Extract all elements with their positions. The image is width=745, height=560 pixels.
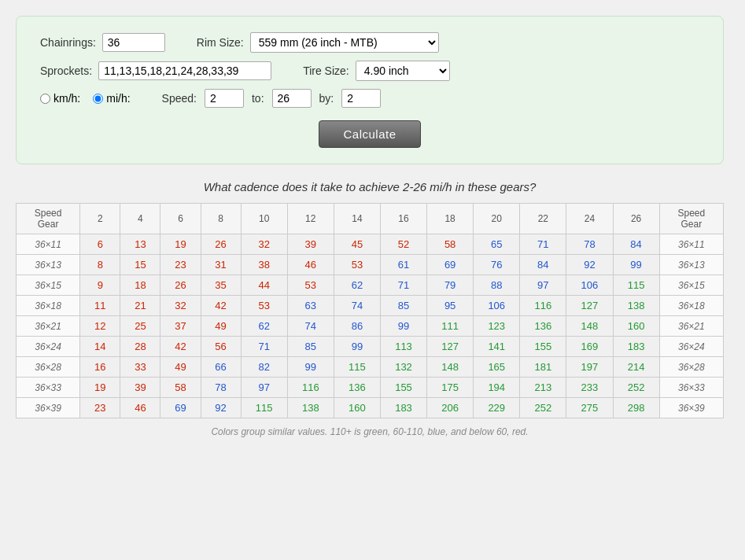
cadence-cell: 99: [613, 255, 659, 275]
cadence-cell: 19: [80, 378, 120, 398]
speed-col-14: 14: [334, 204, 380, 234]
cadence-cell: 99: [287, 357, 334, 378]
cadence-cell: 183: [613, 337, 659, 357]
cadence-cell: 33: [120, 357, 160, 378]
cadence-cell: 52: [380, 234, 426, 255]
speed-to-input[interactable]: [272, 89, 312, 108]
cadence-cell: 86: [334, 316, 380, 337]
speed-col-18: 18: [427, 204, 474, 234]
cadence-cell: 138: [287, 398, 334, 418]
results-title: What cadence does it take to achieve 2-2…: [16, 180, 724, 193]
settings-panel: Chainrings: Rim Size: 559 mm (26 inch - …: [16, 16, 724, 164]
cadence-cell: 61: [380, 255, 426, 275]
cadence-cell: 115: [334, 357, 380, 378]
cadence-cell: 31: [201, 255, 241, 275]
cadence-cell: 53: [241, 296, 287, 316]
cadence-cell: 66: [201, 357, 241, 378]
cadence-cell: 53: [287, 275, 334, 296]
cadence-cell: 6: [80, 234, 120, 255]
cadence-cell: 97: [241, 378, 287, 398]
chainrings-input[interactable]: [102, 33, 165, 52]
gear-label-right: 36×39: [659, 398, 723, 418]
mih-radio-label[interactable]: mi/h:: [93, 92, 130, 105]
sprockets-group: Sprockets:: [40, 61, 271, 80]
speed-by-input[interactable]: [341, 89, 381, 108]
cadence-cell: 116: [287, 378, 334, 398]
cadence-cell: 71: [241, 337, 287, 357]
speed-col-4: 4: [120, 204, 160, 234]
speed-col-22: 22: [520, 204, 566, 234]
cadence-cell: 213: [520, 378, 566, 398]
cadence-cell: 63: [287, 296, 334, 316]
gear-label-left: 36×11: [17, 234, 80, 255]
cadence-cell: 39: [287, 234, 334, 255]
mih-radio[interactable]: [93, 94, 103, 104]
table-row: 36×241428425671859911312714115516918336×…: [17, 337, 724, 357]
cadence-cell: 116: [520, 296, 566, 316]
tire-size-group: Tire Size: 4.90 inch 4.00 inch 3.00 inch…: [303, 61, 450, 81]
cadence-cell: 39: [120, 378, 160, 398]
cadence-cell: 32: [160, 296, 201, 316]
cadence-cell: 92: [566, 255, 613, 275]
cadence-cell: 45: [334, 234, 380, 255]
cadence-cell: 233: [566, 378, 613, 398]
tire-size-select[interactable]: 4.90 inch 4.00 inch 3.00 inch 2.50 inch …: [356, 61, 450, 81]
cadence-cell: 69: [160, 398, 201, 418]
table-row: 36×11613192632394552586571788436×11: [17, 234, 724, 255]
cadence-cell: 26: [160, 275, 201, 296]
rim-size-select[interactable]: 559 mm (26 inch - MTB) 584 mm (27.5 inch…: [250, 32, 439, 53]
table-row: 36×1811213242536374859510611612713836×18: [17, 296, 724, 316]
cadence-cell: 252: [520, 398, 566, 418]
cadence-cell: 71: [520, 234, 566, 255]
speed-from-input[interactable]: [205, 89, 244, 108]
cadence-cell: 46: [120, 398, 160, 418]
cadence-cell: 21: [120, 296, 160, 316]
cadence-cell: 183: [380, 398, 426, 418]
cadence-cell: 58: [160, 378, 201, 398]
cadence-cell: 28: [120, 337, 160, 357]
kmh-radio-label[interactable]: km/h:: [40, 92, 80, 105]
cadence-cell: 148: [427, 357, 474, 378]
cadence-table: Speed Gear 2 4 6 8 10 12 14 16 18 20 22 …: [16, 203, 724, 418]
chainrings-label: Chainrings:: [40, 36, 96, 49]
cadence-cell: 155: [380, 378, 426, 398]
speed-col-6: 6: [160, 204, 201, 234]
gear-label-left: 36×15: [17, 275, 80, 296]
cadence-cell: 95: [427, 296, 474, 316]
cadence-cell: 82: [241, 357, 287, 378]
cadence-cell: 62: [334, 275, 380, 296]
kmh-radio[interactable]: [40, 94, 50, 104]
cadence-cell: 8: [80, 255, 120, 275]
cadence-cell: 275: [566, 398, 613, 418]
cadence-cell: 181: [520, 357, 566, 378]
sprockets-input[interactable]: [98, 61, 271, 80]
cadence-cell: 252: [613, 378, 659, 398]
cadence-cell: 38: [241, 255, 287, 275]
cadence-cell: 26: [201, 234, 241, 255]
cadence-cell: 49: [160, 357, 201, 378]
cadence-cell: 99: [380, 316, 426, 337]
gear-label-right: 36×15: [659, 275, 723, 296]
cadence-cell: 65: [474, 234, 520, 255]
table-row: 36×3923466992115138160183206229252275298…: [17, 398, 724, 418]
table-row: 36×13815233138465361697684929936×13: [17, 255, 724, 275]
speed-to-label: to:: [252, 92, 264, 105]
gear-header-top-right: Gear: [665, 219, 718, 230]
speed-header-top-left: Speed: [21, 208, 75, 219]
table-row: 36×21122537496274869911112313614816036×2…: [17, 316, 724, 337]
gear-label-left: 36×13: [17, 255, 80, 275]
cadence-cell: 214: [613, 357, 659, 378]
calculate-button[interactable]: Calculate: [319, 120, 420, 148]
cadence-cell: 155: [520, 337, 566, 357]
cadence-cell: 127: [566, 296, 613, 316]
results-section: What cadence does it take to achieve 2-2…: [16, 180, 724, 437]
gear-label-left: 36×33: [17, 378, 80, 398]
cadence-cell: 49: [201, 316, 241, 337]
gear-label-right: 36×11: [659, 234, 723, 255]
cadence-cell: 78: [566, 234, 613, 255]
sprockets-label: Sprockets:: [40, 64, 92, 77]
gear-label-left: 36×24: [17, 337, 80, 357]
gear-label-right: 36×24: [659, 337, 723, 357]
cadence-cell: 160: [334, 398, 380, 418]
speed-col-10: 10: [241, 204, 287, 234]
